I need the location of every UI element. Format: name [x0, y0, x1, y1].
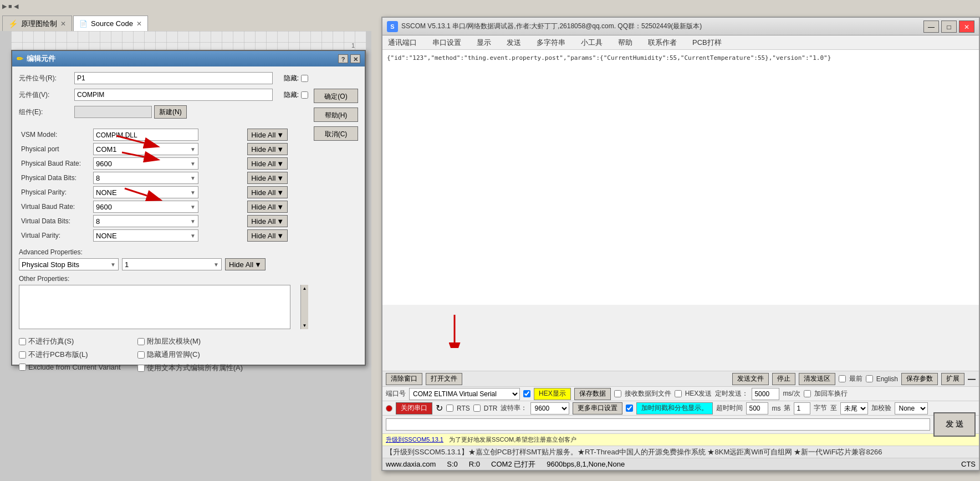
sscom-minimize-btn[interactable]: —: [923, 21, 939, 33]
hide-pin-checkbox[interactable]: [137, 351, 145, 359]
port-hide-all-btn[interactable]: Hide All ▼: [247, 143, 288, 155]
english-checkbox[interactable]: [866, 375, 873, 382]
tab-close-schematic[interactable]: ✕: [60, 20, 66, 28]
cancel-button[interactable]: 取消(C): [314, 126, 358, 141]
ticker-bar: 【升级到SSCOM5.13.1】★嘉立创PCB打样SMT贴片服务。★RT-Thr…: [382, 446, 979, 458]
hex-send-checkbox[interactable]: [675, 390, 682, 397]
checksum-select[interactable]: None: [895, 402, 928, 415]
adv-prop-name-dropdown[interactable]: Physical Stop Bits ▼: [19, 258, 119, 270]
expand-btn[interactable]: 扩展: [941, 373, 964, 385]
physical-parity-dropdown[interactable]: NONE ▼: [93, 186, 198, 198]
no-simulate-checkbox[interactable]: [19, 338, 26, 345]
physical-data-row: Physical Data Bits: 8 ▼ Hide All ▼: [19, 171, 308, 185]
refresh-btn[interactable]: ↻: [436, 403, 443, 413]
save-data-btn[interactable]: 保存数据: [574, 388, 611, 400]
menu-pcb[interactable]: PCB打样: [689, 37, 725, 49]
physical-baud-dropdown[interactable]: 9600 ▼: [93, 157, 198, 170]
help-button[interactable]: 帮助(H): [314, 108, 358, 122]
upgrade-link[interactable]: 升级到SSCOM5.13.1: [386, 436, 443, 444]
tab-close-source[interactable]: ✕: [136, 20, 142, 28]
port-select[interactable]: COM2 ELTIMA Virtual Serial: [409, 388, 520, 400]
vparity-hide-all-btn[interactable]: Hide All ▼: [247, 229, 288, 242]
virtual-baud-row: Virtual Baud Rate: 9600 ▼ Hide All ▼: [19, 199, 308, 214]
tab-source-code[interactable]: 📄 Source Code ✕: [73, 16, 148, 31]
component-ref-input[interactable]: [74, 72, 273, 84]
adv-hide-all-btn[interactable]: Hide All ▼: [225, 258, 266, 270]
text-edit-checkbox[interactable]: [137, 365, 145, 372]
menu-comm-port[interactable]: 通讯端口: [385, 37, 420, 49]
physical-data-dropdown[interactable]: 8 ▼: [93, 172, 198, 184]
dialog-question-btn[interactable]: ?: [338, 54, 348, 63]
menu-display[interactable]: 显示: [473, 37, 494, 49]
sscom-bottom-controls: 清除窗口 打开文件 发送文件 停止 清发送区 最前 English 保存参数 扩…: [382, 371, 979, 470]
recv-to-file-checkbox[interactable]: [614, 390, 621, 397]
new-group-btn[interactable]: 新建(N): [154, 105, 187, 119]
vsm-hide-all-btn[interactable]: Hide All ▼: [247, 129, 288, 141]
dtr-checkbox[interactable]: [473, 405, 481, 412]
baud-select[interactable]: 9600: [530, 402, 569, 415]
no-pcb-checkbox[interactable]: [19, 351, 26, 359]
menu-contact[interactable]: 联系作者: [645, 37, 680, 49]
minus-btn[interactable]: —: [968, 375, 976, 383]
send-button[interactable]: 发 送: [933, 412, 976, 437]
clear-send-btn[interactable]: 清发送区: [799, 373, 835, 385]
other-props-textarea[interactable]: [19, 285, 290, 329]
tab-schematic[interactable]: ⚡ 原理图绘制 ✕: [2, 16, 72, 31]
baud-hide-all-btn[interactable]: Hide All ▼: [247, 157, 288, 170]
send-file-btn[interactable]: 发送文件: [732, 373, 769, 385]
physical-port-dropdown[interactable]: COM1 ▼: [93, 143, 198, 155]
add-return-checkbox[interactable]: [804, 390, 811, 397]
open-file-btn[interactable]: 打开文件: [426, 373, 462, 385]
timestamp-btn[interactable]: 加时间戳和分包显示。: [636, 402, 713, 415]
rts-checkbox[interactable]: [446, 405, 453, 412]
virtual-parity-dropdown[interactable]: NONE ▼: [93, 229, 198, 242]
physical-baud-row: Physical Baud Rate: 9600 ▼ Hide All ▼: [19, 156, 308, 171]
stop-btn[interactable]: 停止: [772, 373, 795, 385]
sscom-menubar: 通讯端口 串口设置 显示 发送 多字符串 小工具 帮助 联系作者 PCB打样: [382, 35, 979, 50]
dialog-close-btn[interactable]: ✕: [350, 54, 360, 63]
exclude-variant-checkbox[interactable]: [19, 364, 26, 371]
val-hidden-checkbox[interactable]: [301, 91, 308, 99]
add-layer-checkbox[interactable]: [137, 338, 145, 345]
sscom-app-icon: S: [387, 21, 398, 32]
close-port-btn[interactable]: 关闭串口: [396, 402, 432, 415]
menu-help[interactable]: 帮助: [615, 37, 636, 49]
vdata-hide-all-btn[interactable]: Hide All ▼: [247, 215, 288, 227]
component-val-row: 元件值(V): 隐藏:: [19, 89, 308, 101]
sscom-input-row: 发 送: [382, 416, 979, 433]
menu-tools[interactable]: 小工具: [578, 37, 606, 49]
timestamp-checkbox[interactable]: [626, 405, 633, 412]
sscom-close-btn[interactable]: ✕: [959, 21, 974, 33]
virtual-parity-row: Virtual Parity: NONE ▼ Hide All ▼: [19, 228, 308, 243]
more-ports-btn[interactable]: 更多串口设置: [573, 402, 622, 415]
last-checkbox[interactable]: [839, 375, 846, 382]
sscom-window: S SSCOM V5.13.1 串口/网络数据调试器,作者:大虾丁丁,26180…: [381, 17, 980, 471]
menu-multistring[interactable]: 多字符串: [533, 37, 569, 49]
hex-display-btn[interactable]: HEX显示: [534, 388, 571, 400]
menu-serial-settings[interactable]: 串口设置: [429, 37, 465, 49]
byte-input[interactable]: [794, 402, 810, 415]
virtual-data-dropdown[interactable]: 8 ▼: [93, 215, 198, 227]
save-params-btn[interactable]: 保存参数: [901, 373, 938, 385]
vbaud-hide-all-btn[interactable]: Hide All ▼: [247, 201, 288, 213]
end-select[interactable]: 未尾: [840, 402, 868, 415]
upgrade-bar: 升级到SSCOM5.13.1 为了更好地发展SSCOM,希望您注册嘉立创客户: [382, 433, 979, 446]
status-led: [386, 405, 392, 412]
hex-display-checkbox[interactable]: [523, 390, 530, 397]
send-input[interactable]: [386, 418, 930, 431]
adv-prop-value-dropdown[interactable]: 1 ▼: [122, 258, 222, 270]
parity-hide-all-btn[interactable]: Hide All ▼: [247, 186, 288, 198]
timed-send-input[interactable]: [752, 388, 779, 400]
sscom-maximize-btn[interactable]: □: [941, 21, 957, 33]
virtual-baud-dropdown[interactable]: 9600 ▼: [93, 201, 198, 213]
clear-window-btn[interactable]: 清除窗口: [386, 373, 422, 385]
timeout-input[interactable]: [746, 402, 768, 415]
sscom-receive-area[interactable]: {"id":"123","method":"thing.event.proper…: [382, 50, 979, 305]
sscom-control-row3: 关闭串口 ↻ RTS DTR 波特率： 9600 更多串口设置 加时间戳和分包显…: [382, 401, 979, 416]
component-val-input[interactable]: [74, 89, 273, 101]
ref-hidden-checkbox[interactable]: [301, 75, 308, 82]
other-props-section: Other Properties: ▲ ▼: [19, 275, 308, 331]
data-hide-all-btn[interactable]: Hide All ▼: [247, 172, 288, 184]
menu-send[interactable]: 发送: [503, 37, 524, 49]
ok-button[interactable]: 确定(O): [314, 89, 358, 103]
